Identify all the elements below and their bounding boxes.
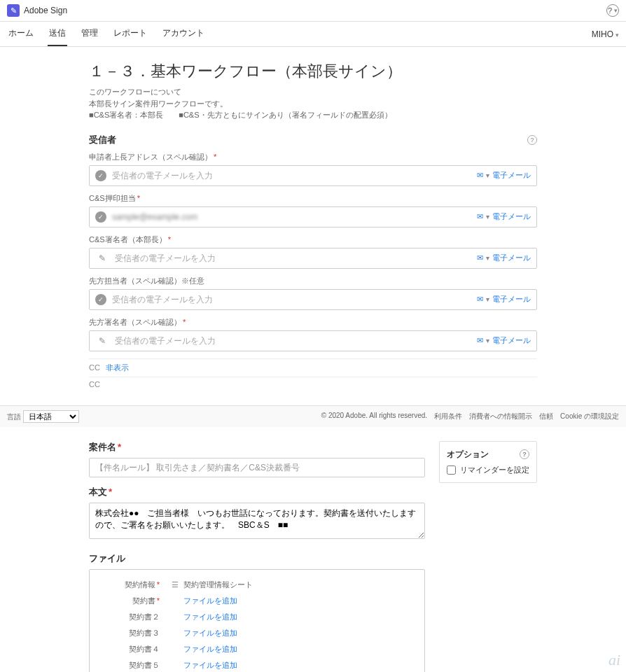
cc-secondary: CC [89,377,537,391]
adobe-logo-icon: ✎ [7,4,20,17]
delivery-type-select[interactable]: ✉▾電子メール [471,248,536,268]
options-box: オプション ? リマインダーを設定 [439,441,537,483]
email-input-row: ✓✉▾電子メール [89,165,537,186]
file-row: 契約書３ファイルを追加 [97,625,417,641]
check-icon: ✓ [95,294,106,305]
right-column: オプション ? リマインダーを設定 [439,441,537,673]
subject-input[interactable] [89,458,425,477]
cc-toggle[interactable]: 非表示 [106,363,129,373]
lang-label: 言語 [7,413,21,421]
recipient-field: 先方署名者（スペル確認）*✎✉▾電子メール [89,317,537,351]
body-label: 本文* [89,486,425,498]
footer-link[interactable]: 利用条件 [434,412,462,421]
footer-link[interactable]: 信頼 [539,412,553,421]
options-title: オプション ? [447,449,529,461]
nav-tabs: ホーム送信管理レポートアカウント MIHO [0,22,626,47]
check-icon: ✓ [95,170,106,181]
watermark: ai [608,651,620,669]
cc-row: CC 非表示 [89,358,537,377]
footer-link[interactable]: Cookie の環境設定 [560,412,619,421]
footer: 言語 日本語 © 2020 Adobe. All rights reserved… [0,405,626,427]
email-input[interactable] [112,168,471,183]
delivery-type-select[interactable]: ✉▾電子メール [471,207,536,227]
email-input[interactable] [115,333,471,349]
file-name: 契約書４ [97,644,167,654]
header-right: ? [606,4,619,17]
page-title: １－３．基本ワークフロー（本部長サイン） [89,61,537,82]
pen-icon: ✎ [95,335,109,346]
form-section: 案件名* 本文* ファイル 契約情報* ☰ 契約管理情報シート 契約書*ファイル… [75,427,551,673]
file-row: 契約書４ファイルを追加 [97,641,417,657]
email-input-row: ✓✉▾電子メール [89,206,537,227]
recipient-field: C&S署名者（本部長）*✎✉▾電子メール [89,234,537,269]
delivery-type-select[interactable]: ✉▾電子メール [471,290,536,309]
logo-area: ✎ Adobe Sign [7,4,67,17]
language-select[interactable]: 日本語 [23,410,79,423]
footer-link[interactable]: 消費者への情報開示 [469,412,532,421]
email-input-row: ✓✉▾電子メール [89,289,537,310]
field-label: 先方担当者（スペル確認）※任意 [89,276,537,286]
info-icon[interactable]: ? [520,449,529,459]
add-file-link[interactable]: ファイルを追加 [183,644,237,654]
recipients-header: 受信者 ? [89,134,537,146]
subject-label: 案件名* [89,441,425,454]
cc-label: CC [89,363,100,372]
field-label: 先方署名者（スペル確認）* [89,317,537,328]
tab-管理[interactable]: 管理 [80,22,99,46]
delivery-type-select[interactable]: ✉▾電子メール [471,166,536,186]
check-icon: ✓ [95,211,106,223]
header: ✎ Adobe Sign ? [0,0,626,22]
add-file-link[interactable]: ファイルを追加 [183,612,237,622]
reminder-label: リマインダーを設定 [460,465,529,475]
left-column: 案件名* 本文* ファイル 契約情報* ☰ 契約管理情報シート 契約書*ファイル… [89,441,425,673]
add-file-link[interactable]: ファイルを追加 [183,628,237,638]
recipient-field: 先方担当者（スペル確認）※任意✓✉▾電子メール [89,276,537,310]
lang-area: 言語 日本語 [7,410,79,423]
help-icon[interactable]: ? [606,4,619,17]
tab-レポート[interactable]: レポート [112,22,148,46]
file-header-row: 契約情報* ☰ 契約管理情報シート [97,577,417,593]
workflow-description: このワークフローについて 本部長サイン案件用ワークフローです。 ■C&S署名者：… [89,86,537,121]
tab-アカウント[interactable]: アカウント [161,22,206,46]
mail-icon: ✉ [477,336,483,345]
main-content: １－３．基本ワークフロー（本部長サイン） このワークフローについて 本部長サイン… [75,47,551,405]
file-name: 契約書* [97,596,167,606]
add-file-link[interactable]: ファイルを追加 [183,596,237,606]
product-name: Adobe Sign [24,6,67,15]
pen-icon: ✎ [95,253,109,264]
email-input-row: ✎✉▾電子メール [89,330,537,351]
list-icon: ☰ [167,580,183,589]
recipient-field: 申請者上長アドレス（スペル確認）*✓✉▾電子メール [89,152,537,186]
mail-icon: ✉ [477,171,483,180]
info-icon[interactable]: ? [527,135,537,145]
field-label: 申請者上長アドレス（スペル確認）* [89,152,537,162]
field-label: C&S署名者（本部長）* [89,234,537,245]
email-input[interactable] [115,251,471,266]
file-row: 契約書*ファイルを追加 [97,593,417,609]
file-row: 契約書２ファイルを追加 [97,609,417,625]
copyright: © 2020 Adobe. All rights reserved. [321,412,427,421]
file-name: 契約書３ [97,628,167,638]
file-name: 契約書２ [97,612,167,622]
files-box: 契約情報* ☰ 契約管理情報シート 契約書*ファイルを追加契約書２ファイルを追加… [89,569,425,673]
mail-icon: ✉ [477,253,483,262]
field-label: C&S押印担当* [89,193,537,204]
body-textarea[interactable] [89,503,425,539]
email-input[interactable] [112,292,471,307]
file-row: 契約書５ファイルを追加 [97,657,417,673]
mail-icon: ✉ [477,212,483,221]
email-input[interactable] [112,209,471,225]
email-input-row: ✎✉▾電子メール [89,248,537,269]
files-label: ファイル [89,552,425,565]
add-file-link[interactable]: ファイルを追加 [183,660,237,671]
file-name: 契約書５ [97,660,167,671]
mail-icon: ✉ [477,295,483,304]
reminder-row: リマインダーを設定 [447,465,529,475]
reminder-checkbox[interactable] [447,465,456,475]
tab-送信[interactable]: 送信 [48,22,67,46]
recipients-title: 受信者 [89,134,116,146]
user-menu[interactable]: MIHO [592,24,619,45]
recipient-field: C&S押印担当*✓✉▾電子メール [89,193,537,227]
delivery-type-select[interactable]: ✉▾電子メール [471,331,536,351]
tab-ホーム[interactable]: ホーム [7,22,35,46]
